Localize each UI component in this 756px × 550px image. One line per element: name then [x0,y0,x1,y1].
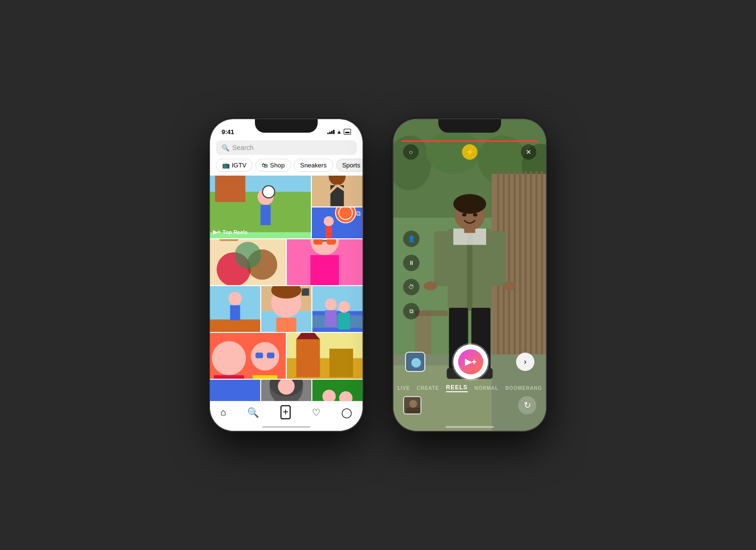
battery-icon: ▬ [344,129,351,135]
flip-camera-icon: ↻ [524,400,531,411]
svg-rect-28 [326,239,336,245]
cam-side-controls: 👤 ⏸ ⏱ ⧉ [403,231,420,319]
cam-mode-circle-btn[interactable]: ○ [403,144,419,160]
cam-record-row: ▶+ › [393,341,546,381]
cam-record-btn[interactable]: ▶+ [453,344,488,379]
svg-rect-26 [310,255,339,285]
flash-icon: ⚡ [466,148,474,156]
svg-point-7 [263,186,275,198]
grid-cell-lake[interactable] [312,286,363,332]
home-indicator-area [393,426,546,431]
search-bar[interactable]: 🔍 Search [216,140,357,155]
svg-rect-49 [214,375,244,379]
cam-gallery-prev[interactable] [405,352,425,372]
grid-cell-arch[interactable] [287,333,363,379]
svg-point-103 [473,213,477,217]
svg-rect-27 [313,239,323,245]
mode-reels[interactable]: REELS [446,384,468,392]
grid-row-3: ⬛ [210,286,363,332]
category-chips: 📺 IGTV 🛍 Shop Sneakers Sports Architect [210,159,363,176]
nav-new-post[interactable]: + [280,405,291,419]
grid-cell-basket[interactable]: ⧉ [312,207,363,238]
grid-cell-dance[interactable] [312,176,363,206]
home-indicator-2 [446,426,494,428]
grid-row-4 [210,333,363,379]
mode-create[interactable]: CREATE [417,385,439,391]
status-time-1: 9:41 [222,128,234,136]
grid-cell-selfie1[interactable] [210,333,286,379]
top-reels-label: ▶+ Top Reels [213,229,248,235]
chip-shop-label: Shop [270,162,284,169]
svg-rect-59 [210,380,260,401]
cam-next-btn[interactable]: › [516,353,534,371]
grid-cell-silhouette[interactable] [210,380,260,401]
cam-pause-btn[interactable]: ⏸ [403,255,420,271]
mode-live[interactable]: LIVE [397,385,410,391]
svg-rect-33 [230,305,240,320]
svg-rect-85 [514,171,516,368]
cam-flash-btn[interactable]: ⚡ [462,144,477,160]
nav-home[interactable]: ⌂ [221,407,226,418]
chip-igtv[interactable]: 📺 IGTV [216,159,252,172]
cam-align-btn[interactable]: ⧉ [403,303,420,319]
nav-likes[interactable]: ♡ [312,407,321,418]
grid-cell-hijab[interactable] [261,380,311,401]
cam-bottom-controls: ▶+ › LIVE CREATE REELS NORMAL [393,341,546,431]
nav-search[interactable]: 🔍 [247,407,259,418]
svg-rect-89 [535,171,538,368]
svg-rect-86 [519,171,521,368]
grid-cell-group2[interactable] [312,380,363,401]
mode-boomerang[interactable]: BOOMERANG [505,385,542,391]
cam-mode-selector: LIVE CREATE REELS NORMAL BOOMERANG [393,381,546,394]
grid-cell-soccer[interactable]: ▶+ Top Reels [210,176,311,238]
cam-gallery-thumb[interactable] [403,396,421,414]
grid-cell-outdoor1[interactable] [210,286,260,332]
cam-top-controls: ○ ⚡ ✕ [393,144,546,160]
svg-rect-52 [255,353,263,358]
svg-rect-6 [261,205,271,225]
svg-point-116 [409,400,417,408]
svg-rect-42 [312,316,363,328]
chip-sneakers-label: Sneakers [300,162,327,169]
cam-bottom-bar: ↻ [393,394,546,426]
chip-sports[interactable]: Sports [336,159,363,172]
svg-rect-98 [434,231,449,286]
layers-icon: ⧉ [409,308,414,315]
svg-rect-51 [252,375,277,379]
svg-rect-22 [220,239,238,241]
cam-flip-btn[interactable]: ↻ [518,396,536,414]
svg-point-44 [338,301,350,313]
notch-2 [441,119,499,132]
chip-igtv-label: IGTV [232,162,246,169]
svg-point-14 [336,207,356,223]
svg-rect-104 [464,227,476,233]
person-square-icon: 👤 [408,235,415,242]
nav-profile[interactable]: ◯ [341,407,352,418]
grid-row-1: ▶+ Top Reels [210,176,363,238]
mode-normal[interactable]: NORMAL [475,385,499,391]
cam-close-btn[interactable]: ✕ [521,144,536,160]
grid-cell-food[interactable] [210,239,286,285]
cam-timer-btn[interactable]: ⏱ [403,279,420,295]
grid-col-right-1: ⧉ [312,176,363,238]
svg-rect-90 [541,171,543,368]
cam-effect-btn[interactable]: 👤 [403,231,420,247]
chip-sneakers[interactable]: Sneakers [294,159,333,172]
grid-row-5 [210,380,363,401]
chip-shop[interactable]: 🛍 Shop [255,159,291,172]
close-icon: ✕ [526,148,532,156]
wifi-icon: ▲ [336,129,342,135]
grid-row-2 [210,239,363,285]
svg-rect-88 [530,171,532,368]
cam-record-btn-wrapper: ▶+ [453,344,488,379]
record-indicator [401,140,538,142]
svg-rect-58 [329,349,353,377]
grid-cell-fashion[interactable] [287,239,363,285]
search-icon: 🔍 [222,144,229,151]
reels-play-icon: ▶+ [213,229,221,235]
grid-cell-portrait1[interactable]: ⬛ [261,286,311,332]
search-placeholder: Search [232,144,253,151]
svg-point-102 [462,213,466,217]
svg-point-43 [325,299,336,310]
signal-icon [327,129,335,134]
